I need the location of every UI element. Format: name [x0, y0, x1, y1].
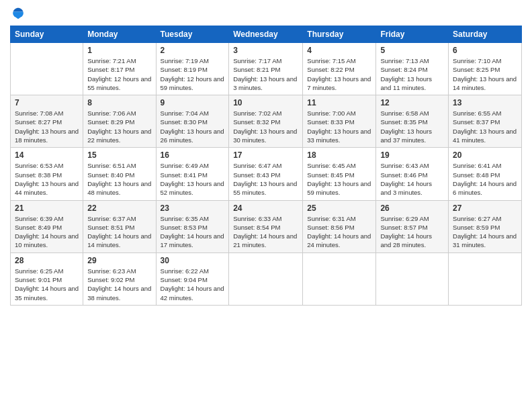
day-info: Sunrise: 6:55 AM Sunset: 8:37 PM Dayligh…	[453, 109, 517, 144]
day-number: 9	[161, 98, 225, 107]
day-info: Sunrise: 6:47 AM Sunset: 8:43 PM Dayligh…	[233, 161, 298, 197]
calendar-cell: 9Sunrise: 7:04 AM Sunset: 8:30 PM Daylig…	[156, 95, 229, 148]
day-number: 21	[15, 203, 79, 213]
day-header-thursday: Thursday	[303, 26, 376, 43]
calendar-cell: 10Sunrise: 7:02 AM Sunset: 8:32 PM Dayli…	[229, 95, 303, 148]
logo-icon	[11, 7, 25, 20]
calendar-cell: 29Sunrise: 6:23 AM Sunset: 9:02 PM Dayli…	[83, 253, 156, 305]
day-info: Sunrise: 6:29 AM Sunset: 8:57 PM Dayligh…	[380, 214, 444, 250]
calendar-cell: 12Sunrise: 6:58 AM Sunset: 8:35 PM Dayli…	[376, 95, 449, 148]
calendar-cell: 5Sunrise: 7:13 AM Sunset: 8:24 PM Daylig…	[376, 43, 449, 95]
calendar-cell: 20Sunrise: 6:41 AM Sunset: 8:48 PM Dayli…	[449, 148, 522, 200]
day-info: Sunrise: 6:49 AM Sunset: 8:41 PM Dayligh…	[161, 161, 225, 197]
day-info: Sunrise: 7:19 AM Sunset: 8:19 PM Dayligh…	[161, 56, 225, 92]
calendar-week-2: 14Sunrise: 6:53 AM Sunset: 8:38 PM Dayli…	[11, 148, 522, 200]
day-info: Sunrise: 6:51 AM Sunset: 8:40 PM Dayligh…	[87, 161, 151, 197]
day-number: 7	[15, 98, 79, 107]
day-info: Sunrise: 6:35 AM Sunset: 8:53 PM Dayligh…	[161, 214, 225, 250]
day-info: Sunrise: 6:27 AM Sunset: 8:59 PM Dayligh…	[453, 214, 517, 250]
calendar-table: SundayMondayTuesdayWednesdayThursdayFrid…	[10, 26, 522, 306]
calendar-cell: 24Sunrise: 6:33 AM Sunset: 8:54 PM Dayli…	[229, 200, 303, 253]
logo-text	[10, 7, 25, 20]
calendar-cell: 22Sunrise: 6:37 AM Sunset: 8:51 PM Dayli…	[83, 200, 156, 253]
calendar-cell: 27Sunrise: 6:27 AM Sunset: 8:59 PM Dayli…	[449, 200, 522, 253]
day-info: Sunrise: 6:37 AM Sunset: 8:51 PM Dayligh…	[87, 214, 151, 250]
day-header-tuesday: Tuesday	[156, 26, 229, 43]
day-number: 17	[233, 150, 298, 160]
calendar-week-4: 28Sunrise: 6:25 AM Sunset: 9:01 PM Dayli…	[11, 253, 522, 305]
day-number: 28	[15, 256, 79, 265]
calendar-cell	[229, 253, 303, 305]
calendar-cell: 7Sunrise: 7:08 AM Sunset: 8:27 PM Daylig…	[11, 95, 83, 148]
calendar-cell: 2Sunrise: 7:19 AM Sunset: 8:19 PM Daylig…	[156, 43, 229, 95]
calendar-week-1: 7Sunrise: 7:08 AM Sunset: 8:27 PM Daylig…	[11, 95, 522, 148]
day-info: Sunrise: 7:02 AM Sunset: 8:32 PM Dayligh…	[233, 109, 298, 144]
day-info: Sunrise: 7:10 AM Sunset: 8:25 PM Dayligh…	[453, 56, 517, 92]
day-header-friday: Friday	[376, 26, 449, 43]
day-number: 18	[307, 150, 371, 160]
calendar-cell: 8Sunrise: 7:06 AM Sunset: 8:29 PM Daylig…	[83, 95, 156, 148]
day-info: Sunrise: 6:22 AM Sunset: 9:04 PM Dayligh…	[161, 267, 225, 302]
day-info: Sunrise: 6:41 AM Sunset: 8:48 PM Dayligh…	[453, 161, 517, 197]
day-number: 29	[87, 256, 151, 265]
day-number: 5	[380, 46, 444, 55]
calendar-body: 1Sunrise: 7:21 AM Sunset: 8:17 PM Daylig…	[11, 43, 522, 306]
day-info: Sunrise: 6:25 AM Sunset: 9:01 PM Dayligh…	[15, 267, 79, 302]
day-number: 20	[453, 150, 517, 160]
calendar-cell: 14Sunrise: 6:53 AM Sunset: 8:38 PM Dayli…	[11, 148, 83, 200]
day-info: Sunrise: 7:21 AM Sunset: 8:17 PM Dayligh…	[87, 56, 151, 92]
day-info: Sunrise: 6:39 AM Sunset: 8:49 PM Dayligh…	[15, 214, 79, 250]
calendar-cell: 23Sunrise: 6:35 AM Sunset: 8:53 PM Dayli…	[156, 200, 229, 253]
day-info: Sunrise: 7:13 AM Sunset: 8:24 PM Dayligh…	[380, 56, 444, 92]
day-header-monday: Monday	[83, 26, 156, 43]
calendar-cell: 15Sunrise: 6:51 AM Sunset: 8:40 PM Dayli…	[83, 148, 156, 200]
day-number: 11	[307, 98, 371, 107]
calendar-cell: 26Sunrise: 6:29 AM Sunset: 8:57 PM Dayli…	[376, 200, 449, 253]
day-info: Sunrise: 6:58 AM Sunset: 8:35 PM Dayligh…	[380, 109, 444, 144]
day-info: Sunrise: 6:31 AM Sunset: 8:56 PM Dayligh…	[307, 214, 371, 250]
day-number: 12	[380, 98, 444, 107]
calendar-cell: 1Sunrise: 7:21 AM Sunset: 8:17 PM Daylig…	[83, 43, 156, 95]
day-info: Sunrise: 6:23 AM Sunset: 9:02 PM Dayligh…	[87, 267, 151, 302]
day-info: Sunrise: 7:00 AM Sunset: 8:33 PM Dayligh…	[307, 109, 371, 144]
calendar-cell: 18Sunrise: 6:45 AM Sunset: 8:45 PM Dayli…	[303, 148, 376, 200]
day-info: Sunrise: 6:45 AM Sunset: 8:45 PM Dayligh…	[307, 161, 371, 197]
day-header-saturday: Saturday	[449, 26, 522, 43]
day-info: Sunrise: 6:53 AM Sunset: 8:38 PM Dayligh…	[15, 161, 79, 197]
day-number: 26	[380, 203, 444, 213]
day-number: 10	[233, 98, 298, 107]
main-container: SundayMondayTuesdayWednesdayThursdayFrid…	[0, 0, 532, 411]
calendar-cell	[376, 253, 449, 305]
day-info: Sunrise: 7:04 AM Sunset: 8:30 PM Dayligh…	[161, 109, 225, 144]
calendar-cell: 13Sunrise: 6:55 AM Sunset: 8:37 PM Dayli…	[449, 95, 522, 148]
day-number: 30	[161, 256, 225, 265]
day-number: 15	[87, 150, 151, 160]
day-number: 24	[233, 203, 298, 213]
day-number: 8	[87, 98, 151, 107]
calendar-cell: 19Sunrise: 6:43 AM Sunset: 8:46 PM Dayli…	[376, 148, 449, 200]
calendar-cell: 6Sunrise: 7:10 AM Sunset: 8:25 PM Daylig…	[449, 43, 522, 95]
day-number: 16	[161, 150, 225, 160]
day-number: 19	[380, 150, 444, 160]
calendar-cell: 30Sunrise: 6:22 AM Sunset: 9:04 PM Dayli…	[156, 253, 229, 305]
calendar-cell: 17Sunrise: 6:47 AM Sunset: 8:43 PM Dayli…	[229, 148, 303, 200]
calendar-cell	[303, 253, 376, 305]
calendar-cell: 3Sunrise: 7:17 AM Sunset: 8:21 PM Daylig…	[229, 43, 303, 95]
calendar-cell: 16Sunrise: 6:49 AM Sunset: 8:41 PM Dayli…	[156, 148, 229, 200]
day-number: 27	[453, 203, 517, 213]
calendar-cell: 25Sunrise: 6:31 AM Sunset: 8:56 PM Dayli…	[303, 200, 376, 253]
day-number: 25	[307, 203, 371, 213]
header	[10, 7, 522, 20]
calendar-cell	[449, 253, 522, 305]
day-number: 6	[453, 46, 517, 55]
calendar-cell: 4Sunrise: 7:15 AM Sunset: 8:22 PM Daylig…	[303, 43, 376, 95]
day-header-wednesday: Wednesday	[229, 26, 303, 43]
calendar-cell: 21Sunrise: 6:39 AM Sunset: 8:49 PM Dayli…	[11, 200, 83, 253]
day-info: Sunrise: 6:43 AM Sunset: 8:46 PM Dayligh…	[380, 161, 444, 197]
day-header-sunday: Sunday	[11, 26, 83, 43]
day-number: 23	[161, 203, 225, 213]
day-number: 3	[233, 46, 298, 55]
day-info: Sunrise: 6:33 AM Sunset: 8:54 PM Dayligh…	[233, 214, 298, 250]
days-header-row: SundayMondayTuesdayWednesdayThursdayFrid…	[11, 26, 522, 43]
day-info: Sunrise: 7:06 AM Sunset: 8:29 PM Dayligh…	[87, 109, 151, 144]
